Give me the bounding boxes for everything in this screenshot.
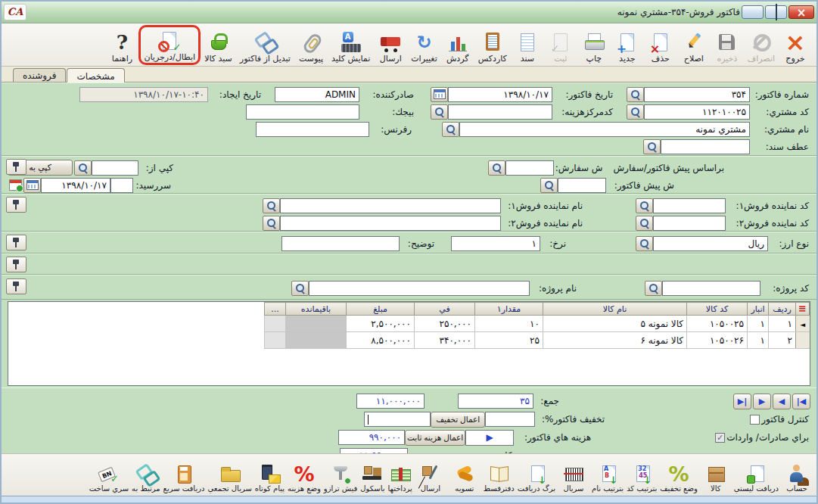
project-code-lookup-button[interactable] — [645, 281, 662, 296]
rep1-code-field[interactable] — [653, 198, 726, 213]
rate-field[interactable]: ۱ — [451, 236, 540, 251]
sort-by-code-button[interactable]: 3245↓بترتيب کد — [625, 456, 658, 495]
convert-from-invoice-button[interactable]: تبديل از فاکتور — [236, 25, 294, 65]
cell-item-name[interactable]: کالا نمونه ۵ — [543, 316, 687, 332]
due-date-calendar-button[interactable] — [23, 178, 41, 193]
document-button[interactable]: سند — [511, 25, 544, 65]
tab-details[interactable]: مشخصات — [67, 68, 124, 82]
customer-name-field[interactable]: مشتري نمونه — [459, 122, 750, 137]
cost-status-button[interactable]: وضع هزينه — [286, 456, 322, 495]
project-name-lookup-button[interactable] — [291, 281, 309, 296]
cell-warehouse[interactable]: ۱ — [748, 316, 769, 332]
cost-center-lookup-button[interactable] — [431, 104, 448, 120]
currency-lookup-button[interactable] — [636, 236, 653, 251]
pin-project-button[interactable] — [6, 278, 26, 294]
payments-button[interactable]: پرداختها — [386, 456, 413, 495]
turnover-button[interactable]: گردش — [441, 25, 474, 65]
discount-status-button[interactable]: وضع تخفيف — [658, 456, 699, 495]
table-row[interactable]: ۱ ۱ ۱۰۵۰۰۲۵ کالا نمونه ۵ ۱۰ ۲۵۰,۰۰۰ ۲,۵۰… — [265, 316, 810, 332]
copy-from-lookup-button[interactable] — [74, 160, 92, 176]
proforma-no-field[interactable] — [558, 178, 606, 193]
current-row-marker[interactable] — [796, 316, 810, 332]
cell-more[interactable] — [265, 332, 286, 349]
minimize-button[interactable] — [742, 5, 764, 19]
col-item-name[interactable]: نام کالا — [543, 303, 687, 316]
cell-qty1[interactable]: ۱۰ — [475, 316, 543, 332]
tab-seller[interactable]: فروشنده — [13, 68, 66, 82]
print-button[interactable]: چاپ — [577, 25, 611, 65]
discount-percent-field[interactable] — [485, 412, 535, 427]
rep2-code-field[interactable] — [653, 216, 726, 231]
invoice-date-calendar-button[interactable] — [431, 87, 448, 102]
cell-item-code[interactable]: ۱۰۵۰۰۲۵ — [687, 316, 748, 332]
col-warehouse[interactable]: انبار — [748, 303, 769, 316]
related-to-button[interactable]: مرتبط به — [130, 456, 162, 495]
issuer-field[interactable]: ADMIN — [275, 87, 359, 102]
row-selector-header[interactable] — [796, 303, 810, 316]
scale-slip-button[interactable]: فيش ترازو — [322, 456, 359, 495]
col-more[interactable]: ... — [265, 303, 286, 316]
bijak-field[interactable] — [246, 104, 359, 120]
account-button[interactable]: حساب — [780, 456, 813, 495]
cell-amount[interactable]: ۲,۵۰۰,۰۰۰ — [347, 316, 415, 332]
send-button[interactable]: ارسال — [374, 25, 407, 65]
due-date-field[interactable]: ۱۳۹۸/۱۰/۱۷ — [41, 178, 110, 193]
doc-ref-lookup-button[interactable] — [643, 139, 661, 154]
apply-discount-button[interactable]: اعمال تخفيف — [431, 412, 485, 428]
rep1-code-lookup-button[interactable] — [636, 198, 653, 213]
apply-fixed-cost-button[interactable]: اعمال هزينه ثابت — [405, 430, 465, 446]
col-amount[interactable]: مبلغ — [347, 303, 415, 316]
weighbridge-button[interactable]: باسکول — [359, 456, 386, 495]
reference-field[interactable] — [256, 122, 369, 137]
cell-qty1[interactable]: ۲۵ — [475, 332, 543, 349]
close-button[interactable] — [788, 5, 814, 19]
customer-code-field[interactable]: ۱۱۲۰۱۰۰۲۵ — [644, 104, 750, 120]
invoice-control-checkbox[interactable] — [750, 415, 760, 425]
cost-center-field[interactable] — [448, 104, 552, 120]
note-field[interactable] — [281, 236, 400, 251]
rep2-name-lookup-button[interactable] — [263, 216, 280, 231]
cumulative-serial-button[interactable]: سريال تجمعي — [206, 456, 253, 495]
nav-prev-button[interactable]: ◀ — [773, 394, 791, 409]
currency-field[interactable]: ريال — [653, 236, 768, 251]
rep1-name-lookup-button[interactable] — [263, 198, 280, 213]
nav-next-button[interactable]: ▶ — [753, 394, 771, 409]
cell-more[interactable] — [265, 316, 286, 332]
invoice-no-field[interactable]: ۳۵۴ — [644, 87, 750, 102]
nav-last-button[interactable]: ▶| — [733, 394, 751, 409]
cell-price[interactable]: ۲۵۰,۰۰۰ — [415, 316, 475, 332]
serial-button[interactable]: سريال — [557, 456, 590, 495]
invoice-costs-expand-button[interactable]: ▶ — [465, 430, 514, 446]
cell-item-name[interactable]: کالا نمونه ۶ — [543, 332, 687, 349]
cell-row[interactable]: ۲ — [769, 332, 796, 349]
pin-sales-rep-button[interactable] — [6, 197, 26, 213]
cell-item-code[interactable]: ۱۰۵۰۰۲۶ — [687, 332, 748, 349]
copy-from-field[interactable] — [92, 160, 138, 176]
kardex-button[interactable]: کاردکس — [474, 25, 511, 65]
batch-series-button[interactable]: سري ساخت — [88, 456, 130, 495]
changes-button[interactable]: تغييرات — [407, 25, 441, 65]
pin-extra-button[interactable] — [6, 257, 26, 272]
sort-by-name-button[interactable]: AB↓بترتيب نام — [590, 456, 625, 495]
order-no-field[interactable] — [505, 160, 554, 176]
due-date-extra-icon[interactable] — [9, 179, 22, 191]
discount-amount-field[interactable] — [364, 412, 431, 427]
goods-button[interactable]: کالا — [699, 456, 732, 495]
maximize-button[interactable] — [765, 5, 787, 19]
pin-order-button[interactable] — [6, 159, 26, 175]
show-keys-button[interactable]: نمايش کليد — [328, 25, 374, 65]
cell-row[interactable]: ۱ — [769, 316, 796, 332]
goods-basket-button[interactable]: سبد کالا — [201, 25, 236, 65]
cell-price[interactable]: ۳۴۰,۰۰۰ — [415, 332, 475, 349]
delete-button[interactable]: حذف — [644, 25, 677, 65]
invoice-no-lookup-button[interactable] — [627, 87, 644, 102]
proforma-no-lookup-button[interactable] — [540, 178, 558, 193]
invoice-date-field[interactable]: ۱۳۹۸/۱۰/۱۷ — [448, 87, 552, 102]
col-row[interactable]: رديف — [769, 303, 796, 316]
attachment-button[interactable]: پيوست — [294, 25, 328, 65]
settlement-button[interactable]: تسويه — [447, 456, 482, 495]
col-price[interactable]: في — [415, 303, 475, 316]
col-remaining[interactable]: باقيمانده — [286, 303, 347, 316]
rep1-name-field[interactable] — [280, 198, 501, 213]
due-date-aux-field[interactable] — [110, 178, 133, 193]
